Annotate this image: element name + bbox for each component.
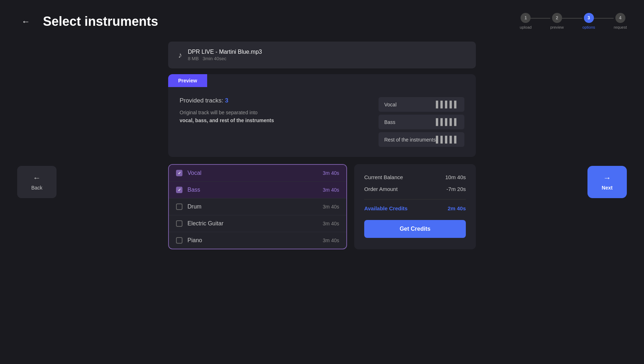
preview-card: Preview Provided tracks: 3 Original trac… [168, 74, 476, 157]
step-1-label: upload [520, 25, 532, 29]
step-4-label: request [614, 25, 627, 29]
piano-duration: 3m 40s [323, 238, 339, 243]
rest-label: Rest of the instruments [384, 137, 436, 143]
electric-guitar-instrument-name: Electric Guitar [187, 220, 223, 227]
instrument-drum[interactable]: Drum 3m 40s [169, 198, 346, 215]
track-wave-rest: Rest of the instruments ▌▌▌▌▌ [379, 132, 464, 147]
next-button[interactable]: → Next [587, 166, 627, 198]
header-back-icon: ← [21, 16, 30, 27]
available-credits-row: Available Credits 2m 40s [364, 205, 466, 211]
file-meta: 8 MB 3min 40sec [188, 56, 262, 61]
order-amount-value: -7m 20s [447, 186, 466, 192]
drum-duration: 3m 40s [323, 204, 339, 210]
checkbox-drum[interactable] [176, 203, 182, 210]
vocal-waveform-icon: ▌▌▌▌▌ [436, 101, 459, 108]
music-icon: ♪ [178, 51, 182, 60]
vocal-duration: 3m 40s [323, 170, 339, 176]
bass-label: Bass [384, 119, 395, 125]
available-credits-label: Available Credits [364, 205, 408, 211]
order-amount-label: Order Amount [364, 186, 397, 192]
step-2-circle: 2 [552, 13, 562, 23]
preview-description: Provided tracks: 3 Original track will b… [180, 97, 274, 125]
track-wave-list: Vocal ▌▌▌▌▌ Bass ▌▌▌▌▌ Rest of the instr… [379, 97, 464, 147]
track-count-line: Provided tracks: 3 [180, 97, 274, 104]
next-label: Next [602, 185, 613, 191]
step-request: 4 request [614, 13, 627, 29]
instrument-electric-guitar[interactable]: Electric Guitar 3m 40s [169, 215, 346, 232]
stepper: 1 upload 2 preview 3 options [520, 13, 627, 29]
step-1-circle: 1 [521, 13, 531, 23]
instrument-vocal[interactable]: ✓ Vocal 3m 40s [169, 165, 346, 182]
drum-instrument-name: Drum [187, 203, 201, 210]
back-button[interactable]: ← Back [17, 166, 57, 198]
track-wave-vocal: Vocal ▌▌▌▌▌ [379, 97, 464, 112]
get-credits-button[interactable]: Get Credits [364, 220, 466, 238]
main-content: ♪ DPR LIVE - Martini Blue.mp3 8 MB 3min … [0, 30, 644, 249]
step-options: 3 options [582, 13, 595, 29]
order-amount-row: Order Amount -7m 20s [364, 186, 466, 192]
available-credits-value: 2m 40s [448, 205, 466, 211]
electric-guitar-duration: 3m 40s [323, 221, 339, 226]
page-title: Select instruments [43, 14, 158, 29]
file-info: DPR LIVE - Martini Blue.mp3 8 MB 3min 40… [188, 49, 262, 61]
vocal-instrument-name: Vocal [187, 170, 201, 176]
separation-text: Original track will be separated into vo… [180, 109, 274, 125]
step-upload: 1 upload [520, 13, 532, 29]
bottom-section: ✓ Vocal 3m 40s ✓ Bass 3m 40s [168, 164, 476, 249]
step-preview: 2 preview [550, 13, 564, 29]
instrument-bass[interactable]: ✓ Bass 3m 40s [169, 182, 346, 198]
back-label: Back [31, 185, 42, 191]
stepper-row: 1 upload 2 preview 3 options [520, 13, 627, 29]
vocal-label: Vocal [384, 102, 396, 107]
rest-waveform-icon: ▌▌▌▌▌ [436, 136, 459, 143]
checkbox-vocal[interactable]: ✓ [176, 170, 182, 176]
instrument-panel: ✓ Vocal 3m 40s ✓ Bass 3m 40s [168, 164, 347, 249]
step-3-circle: 3 [584, 13, 594, 23]
checkbox-bass[interactable]: ✓ [176, 187, 182, 193]
track-count-number: 3 [225, 97, 228, 104]
preview-body: Provided tracks: 3 Original track will b… [168, 87, 476, 157]
file-bar: ♪ DPR LIVE - Martini Blue.mp3 8 MB 3min … [168, 42, 476, 68]
bass-waveform-icon: ▌▌▌▌▌ [436, 118, 459, 126]
track-wave-bass: Bass ▌▌▌▌▌ [379, 115, 464, 129]
current-balance-row: Current Balance 10m 40s [364, 174, 466, 180]
file-name: DPR LIVE - Martini Blue.mp3 [188, 49, 262, 55]
step-2-label: preview [550, 25, 564, 29]
credits-panel: Current Balance 10m 40s Order Amount -7m… [354, 164, 476, 249]
checkbox-electric-guitar[interactable] [176, 220, 182, 227]
content-wrapper: ♪ DPR LIVE - Martini Blue.mp3 8 MB 3min … [168, 42, 476, 249]
header: ← Select instruments 1 upload 2 preview … [0, 0, 644, 30]
bass-duration: 3m 40s [323, 187, 339, 193]
piano-instrument-name: Piano [187, 237, 202, 244]
current-balance-value: 10m 40s [445, 174, 466, 180]
instrument-piano[interactable]: Piano 3m 40s [169, 232, 346, 249]
current-balance-label: Current Balance [364, 174, 403, 180]
header-back-button[interactable]: ← [17, 13, 34, 30]
checkbox-piano[interactable] [176, 237, 182, 244]
credits-divider [364, 199, 466, 200]
back-arrow-icon: ← [33, 173, 41, 183]
step-4-circle: 4 [615, 13, 625, 23]
bass-instrument-name: Bass [187, 187, 200, 193]
step-3-label: options [582, 25, 595, 29]
preview-tab[interactable]: Preview [168, 74, 207, 87]
next-arrow-icon: → [603, 173, 611, 183]
